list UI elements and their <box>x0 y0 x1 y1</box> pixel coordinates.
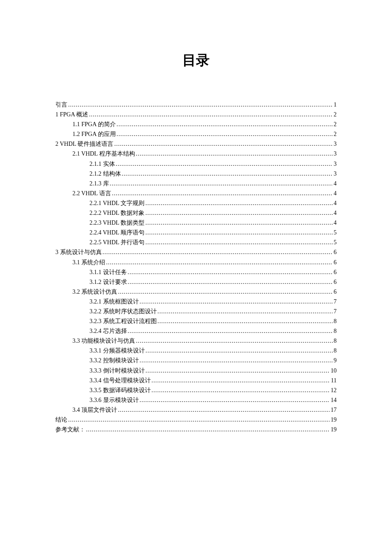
toc-dots <box>117 119 333 129</box>
toc-entry: 3.3.6 显示模块设计14 <box>55 395 337 405</box>
toc-page: 6 <box>334 257 337 267</box>
toc-dots <box>117 129 333 139</box>
toc-label: 3.1.2 设计要求 <box>89 277 127 287</box>
toc-page: 7 <box>334 306 337 316</box>
toc-entry: 3.2.1 系统框图设计7 <box>55 297 337 306</box>
toc-dots <box>122 169 333 179</box>
toc-label: 2 VHDL 硬件描述语言 <box>55 139 113 149</box>
toc-entry: 1 FPGA 概述2 <box>55 110 337 119</box>
toc-page: 3 <box>334 169 337 179</box>
toc-dots <box>136 336 333 346</box>
toc-entry: 2.1.1 实体3 <box>55 159 337 169</box>
toc-entry: 3.2.3 系统工程设计流程图8 <box>55 316 337 326</box>
toc-page: 6 <box>334 287 337 297</box>
toc-page: 5 <box>334 228 337 237</box>
toc-label: 1.1 FPGA 的简介 <box>72 119 116 129</box>
toc-entry: 2.2.3 VHDL 数据类型4 <box>55 218 337 228</box>
toc-title: 目录 <box>55 51 337 70</box>
toc-dots <box>118 405 330 415</box>
toc-entry: 3.2.2 系统时序状态图设计7 <box>55 306 337 316</box>
toc-entry: 3.1 系统介绍6 <box>55 257 337 267</box>
toc-page: 3 <box>334 149 337 159</box>
toc-label: 3.1.1 设计任务 <box>89 267 127 277</box>
toc-page: 19 <box>331 415 337 425</box>
toc-dots <box>158 316 333 326</box>
toc-label: 2.2 VHDL 语言 <box>72 188 111 198</box>
toc-page: 17 <box>331 405 337 415</box>
toc-label: 2.2.1 VHDL 文字规则 <box>89 198 144 208</box>
toc-entry: 3.3.3 倒计时模块设计10 <box>55 366 337 376</box>
toc-entry: 2.1 VHDL 程序基本结构3 <box>55 149 337 159</box>
toc-dots <box>112 188 333 198</box>
toc-dots <box>145 198 333 208</box>
toc-page: 2 <box>334 129 337 139</box>
toc-page: 8 <box>334 346 337 356</box>
toc-page: 4 <box>334 188 337 198</box>
toc-entry: 2 VHDL 硬件描述语言3 <box>55 139 337 149</box>
toc-label: 2.2.3 VHDL 数据类型 <box>89 218 144 228</box>
toc-dots <box>145 218 333 228</box>
toc-entry: 3.2 系统设计仿真6 <box>55 287 337 297</box>
toc-label: 3.4 顶层文件设计 <box>72 405 117 415</box>
toc-dots <box>145 228 333 237</box>
toc-page: 6 <box>334 247 337 257</box>
toc-label: 2.1.1 实体 <box>89 159 115 169</box>
toc-entry: 2.2.4 VHDL 顺序语句5 <box>55 228 337 237</box>
toc-entry: 3.3.5 数据译码模块设计12 <box>55 385 337 395</box>
toc-entry: 3.3.2 控制模块设计9 <box>55 356 337 365</box>
toc-dots <box>128 326 333 336</box>
toc-dots <box>158 306 333 316</box>
toc-dots <box>118 287 333 297</box>
toc-page: 4 <box>334 179 337 188</box>
toc-entry: 3.3 功能模块设计与仿真8 <box>55 336 337 346</box>
toc-label: 3.2.3 系统工程设计流程图 <box>89 316 157 326</box>
toc-dots <box>68 100 333 110</box>
toc-label: 3.2 系统设计仿真 <box>72 287 117 297</box>
toc-label: 2.2.2 VHDL 数据对象 <box>89 208 144 218</box>
toc-entry: 2.2.2 VHDL 数据对象4 <box>55 208 337 218</box>
toc-entry: 1.1 FPGA 的简介2 <box>55 119 337 129</box>
toc-dots <box>145 208 333 218</box>
toc-page: 12 <box>331 385 337 395</box>
toc-dots <box>140 297 333 306</box>
toc-label: 2.1.2 结构体 <box>89 169 121 179</box>
toc-dots <box>152 376 330 385</box>
toc-label: 2.1.3 库 <box>89 179 109 188</box>
toc-dots <box>110 179 333 188</box>
toc-dots <box>146 366 330 376</box>
toc-dots <box>146 346 333 356</box>
toc-label: 结论 <box>55 415 67 425</box>
toc-page: 9 <box>334 356 337 365</box>
toc-entry: 2.1.3 库4 <box>55 179 337 188</box>
toc-entry: 2.2 VHDL 语言4 <box>55 188 337 198</box>
toc-label: 3.3.1 分频器模块设计 <box>89 346 145 356</box>
toc-entry: 1.2 FPGA 的应用2 <box>55 129 337 139</box>
toc-entry: 参考文献：19 <box>55 425 337 434</box>
toc-dots <box>103 247 333 257</box>
toc-dots <box>128 267 333 277</box>
toc-dots <box>152 385 330 395</box>
toc-entry: 结论19 <box>55 415 337 425</box>
toc-entry: 3.1.1 设计任务6 <box>55 267 337 277</box>
toc-page: 8 <box>334 336 337 346</box>
toc-page: 6 <box>334 277 337 287</box>
toc-dots <box>140 395 330 405</box>
toc-label: 2.2.5 VHDL 并行语句 <box>89 237 144 247</box>
toc-page: 2 <box>334 110 337 119</box>
toc-dots <box>114 139 333 149</box>
toc-entry: 3 系统设计与仿真6 <box>55 247 337 257</box>
toc-label: 1.2 FPGA 的应用 <box>72 129 116 139</box>
toc-label: 3.3.2 控制模块设计 <box>89 356 139 365</box>
toc-dots <box>136 149 333 159</box>
toc-label: 3.2.2 系统时序状态图设计 <box>89 306 157 316</box>
toc-label: 3.3.6 显示模块设计 <box>89 395 139 405</box>
toc-label: 3.3.5 数据译码模块设计 <box>89 385 151 395</box>
toc-entry: 3.3.4 信号处理模块设计11 <box>55 376 337 385</box>
toc-label: 3.1 系统介绍 <box>72 257 105 267</box>
toc-label: 2.2.4 VHDL 顺序语句 <box>89 228 144 237</box>
toc-page: 8 <box>334 326 337 336</box>
toc-label: 3.3.3 倒计时模块设计 <box>89 366 145 376</box>
toc-entry: 3.2.4 芯片选择8 <box>55 326 337 336</box>
toc-page: 19 <box>331 425 337 434</box>
toc-page: 4 <box>334 218 337 228</box>
